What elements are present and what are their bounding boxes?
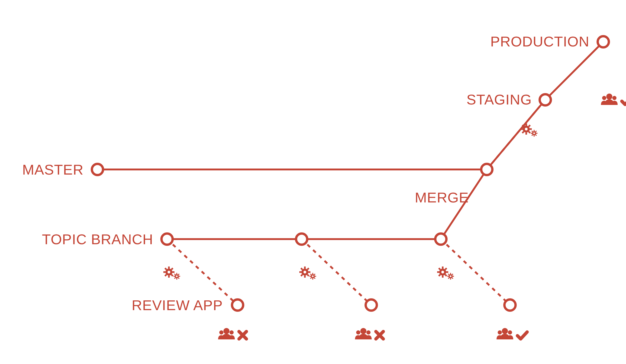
feedback-review-3 — [497, 328, 527, 339]
node-review-2 — [366, 299, 377, 311]
label-merge: MERGE — [415, 189, 469, 205]
edge-review-1 — [167, 239, 237, 305]
node-topic-3 — [435, 234, 446, 245]
users-icon — [601, 94, 618, 105]
cross-icon — [239, 331, 246, 339]
gears-icon — [521, 123, 537, 136]
node-production — [598, 36, 609, 47]
feedback-staging — [601, 94, 626, 105]
node-staging — [540, 94, 551, 105]
edge-to-production — [545, 42, 603, 100]
label-production: PRODUCTION — [490, 34, 589, 49]
pipeline-diagram: PRODUCTION STAGING MASTER MERGE TOPIC BR… — [0, 0, 626, 364]
gears-icon — [163, 267, 180, 280]
label-review-app: REVIEW APP — [132, 297, 223, 313]
users-icon — [355, 328, 372, 339]
node-master-start — [92, 164, 103, 175]
node-master-merge — [481, 164, 492, 175]
feedback-review-1 — [218, 328, 246, 339]
edge-review-2 — [302, 239, 371, 305]
edges-dashed — [167, 100, 545, 305]
ci-icons — [163, 123, 537, 280]
users-icon — [497, 328, 513, 339]
label-staging: STAGING — [467, 91, 532, 108]
gears-icon — [299, 267, 316, 280]
label-topic-branch: TOPIC BRANCH — [42, 231, 153, 247]
edge-to-staging — [487, 100, 545, 169]
check-icon — [622, 97, 626, 104]
users-icon — [218, 328, 235, 339]
node-topic-1 — [161, 234, 173, 245]
edge-review-3 — [441, 239, 510, 305]
node-topic-2 — [296, 234, 307, 245]
node-review-1 — [232, 299, 243, 311]
feedback-icons — [218, 94, 626, 339]
feedback-review-2 — [355, 328, 383, 339]
node-review-3 — [505, 299, 515, 311]
edges-solid — [97, 42, 603, 239]
cross-icon — [376, 331, 383, 339]
label-master: MASTER — [22, 162, 83, 178]
gears-icon — [437, 267, 454, 280]
check-icon — [517, 332, 527, 339]
